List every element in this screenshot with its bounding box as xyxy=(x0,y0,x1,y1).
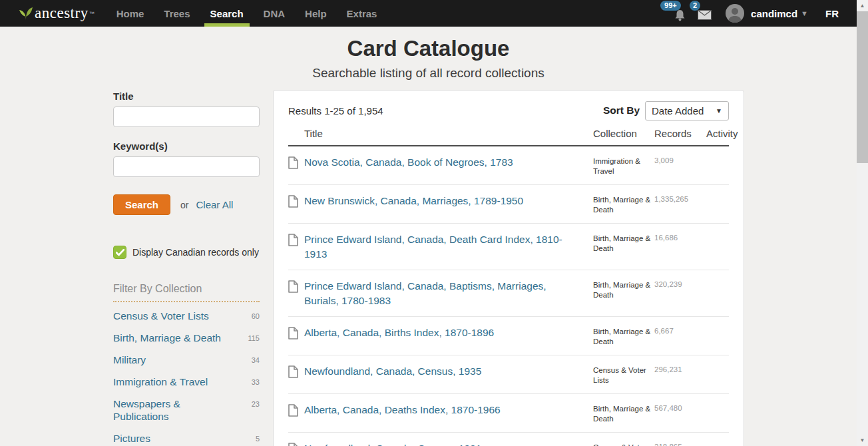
record-link[interactable]: Alberta, Canada, Deaths Index, 1870-1966 xyxy=(304,403,513,417)
checkmark-icon xyxy=(116,249,124,256)
notifications-button[interactable]: 99+ xyxy=(670,3,690,23)
column-header-activity: Activity xyxy=(706,128,729,139)
record-title-cell: New Brunswick, Canada, Marriages, 1789-1… xyxy=(304,194,593,208)
page-subtitle: Searchable listing of all record collect… xyxy=(0,66,857,81)
table-row: Newfoundland, Canada, Census, 1935Census… xyxy=(288,355,729,394)
canadian-records-checkbox[interactable] xyxy=(113,246,126,259)
document-icon xyxy=(288,280,298,293)
bell-icon xyxy=(674,9,686,21)
page: ancestry™ HomeTreesSearchDNAHelpExtras 9… xyxy=(0,0,868,446)
title-field-label: Title xyxy=(113,91,260,102)
filter-label: Pictures xyxy=(113,432,150,445)
filter-item[interactable]: Birth, Marriage & Death115 xyxy=(113,327,260,349)
document-icon xyxy=(288,195,298,208)
record-collection-cell: Birth, Marriage & Death xyxy=(593,232,654,254)
record-doc-icon xyxy=(288,279,304,293)
sort-by-label: Sort By xyxy=(603,105,640,116)
filter-item[interactable]: Newspapers & Publications23 xyxy=(113,393,260,427)
record-title-cell: Newfoundland, Canada, Census, 1921 xyxy=(304,441,593,446)
filter-count: 23 xyxy=(252,397,260,408)
messages-badge: 2 xyxy=(690,1,700,11)
table-row: Prince Edward Island, Canada, Death Card… xyxy=(288,224,729,270)
record-link[interactable]: Nova Scotia, Canada, Book of Negroes, 17… xyxy=(304,155,525,170)
search-sidebar: Title Keyword(s) Search or Clear All Dis… xyxy=(113,91,260,446)
filter-item[interactable]: Military34 xyxy=(113,349,260,371)
record-count-cell: 296,231 xyxy=(654,364,706,373)
brand-name: ancestry xyxy=(35,5,89,22)
nav-item-dna[interactable]: DNA xyxy=(254,0,296,27)
record-collection-cell: Birth, Marriage & Death xyxy=(593,326,654,347)
nav-item-extras[interactable]: Extras xyxy=(337,0,387,27)
record-link[interactable]: New Brunswick, Canada, Marriages, 1789-1… xyxy=(304,194,535,208)
record-link[interactable]: Newfoundland, Canada, Census, 1935 xyxy=(304,364,493,379)
record-count-cell: 1,335,265 xyxy=(654,194,706,203)
brand-logo[interactable]: ancestry™ xyxy=(17,0,95,27)
column-header-collection: Collection xyxy=(593,128,654,139)
record-link[interactable]: Newfoundland, Canada, Census, 1921 xyxy=(304,441,493,446)
search-button[interactable]: Search xyxy=(113,194,170,215)
table-row: Prince Edward Island, Canada, Baptisms, … xyxy=(288,270,729,317)
record-title-cell: Alberta, Canada, Births Index, 1870-1896 xyxy=(304,326,593,340)
record-link[interactable]: Alberta, Canada, Births Index, 1870-1896 xyxy=(304,326,506,340)
record-title-cell: Newfoundland, Canada, Census, 1935 xyxy=(304,364,593,379)
record-collection-cell: Birth, Marriage & Death xyxy=(593,403,654,424)
record-count-cell: 320,239 xyxy=(654,279,706,288)
record-count: 1,335,265 xyxy=(654,194,706,203)
filter-item[interactable]: Census & Voter Lists60 xyxy=(113,305,260,327)
table-row: Nova Scotia, Canada, Book of Negroes, 17… xyxy=(288,146,729,185)
record-title-cell: Prince Edward Island, Canada, Baptisms, … xyxy=(304,279,593,308)
record-doc-icon xyxy=(288,194,304,208)
canadian-records-label: Display Canadian records only xyxy=(132,247,259,258)
record-link[interactable]: Prince Edward Island, Canada, Death Card… xyxy=(304,232,586,262)
sort-dropdown[interactable]: Date Added ▼ xyxy=(645,101,729,120)
nav-item-help[interactable]: Help xyxy=(295,0,337,27)
scrollbar-up-arrow[interactable]: ▲ xyxy=(857,0,868,11)
record-count: 6,667 xyxy=(654,326,706,335)
keyword-input[interactable] xyxy=(113,156,260,177)
record-count: 567,480 xyxy=(654,403,706,412)
table-column-headers: Title Collection Records Activity xyxy=(288,128,729,145)
filter-item[interactable]: Pictures5 xyxy=(113,427,260,446)
record-link[interactable]: Prince Edward Island, Canada, Baptisms, … xyxy=(304,279,586,308)
record-collection: Birth, Marriage & Death xyxy=(593,194,654,215)
filter-label: Newspapers & Publications xyxy=(113,397,226,423)
document-icon xyxy=(288,156,298,169)
main-nav: HomeTreesSearchDNAHelpExtras xyxy=(107,0,387,27)
record-count: 320,239 xyxy=(654,279,706,288)
title-input[interactable] xyxy=(113,107,260,127)
keyword-field-label: Keyword(s) xyxy=(113,140,260,152)
scrollbar-down-arrow[interactable]: ▼ xyxy=(857,435,868,446)
record-title-cell: Nova Scotia, Canada, Book of Negroes, 17… xyxy=(304,155,593,170)
record-collection: Immigration & Travel xyxy=(593,155,654,176)
language-toggle[interactable]: FR xyxy=(825,8,839,19)
chevron-down-icon: ▼ xyxy=(801,9,808,17)
filter-label: Immigration & Travel xyxy=(113,375,208,388)
nav-item-search[interactable]: Search xyxy=(200,0,254,27)
record-doc-icon xyxy=(288,403,304,417)
document-icon xyxy=(288,365,298,378)
record-collection: Birth, Marriage & Death xyxy=(593,279,654,300)
scrollbar-thumb[interactable] xyxy=(857,11,868,163)
ancestry-leaf-icon xyxy=(17,5,35,22)
filter-count: 115 xyxy=(248,332,260,342)
record-doc-icon xyxy=(288,155,304,169)
vertical-scrollbar[interactable]: ▲ ▼ xyxy=(857,0,868,446)
record-collection-cell: Census & Voter Lists xyxy=(593,441,654,446)
nav-item-trees[interactable]: Trees xyxy=(154,0,200,27)
record-doc-icon xyxy=(288,364,304,378)
canadian-records-row: Display Canadian records only xyxy=(113,246,260,259)
nav-item-home[interactable]: Home xyxy=(107,0,154,27)
record-count: 16,686 xyxy=(654,232,706,242)
account-menu[interactable]: candimcd ▼ xyxy=(751,8,808,19)
icon-column-spacer xyxy=(288,128,304,139)
messages-button[interactable]: 2 xyxy=(695,3,715,23)
record-collection-cell: Immigration & Travel xyxy=(593,155,654,176)
document-icon xyxy=(288,404,298,417)
table-row: New Brunswick, Canada, Marriages, 1789-1… xyxy=(288,185,729,224)
user-avatar[interactable] xyxy=(726,4,744,23)
filter-item[interactable]: Immigration & Travel33 xyxy=(113,371,260,393)
record-doc-icon xyxy=(288,326,304,339)
clear-all-link[interactable]: Clear All xyxy=(196,199,234,210)
record-count-cell: 3,009 xyxy=(654,155,706,164)
results-table-body: Nova Scotia, Canada, Book of Negroes, 17… xyxy=(288,145,729,446)
